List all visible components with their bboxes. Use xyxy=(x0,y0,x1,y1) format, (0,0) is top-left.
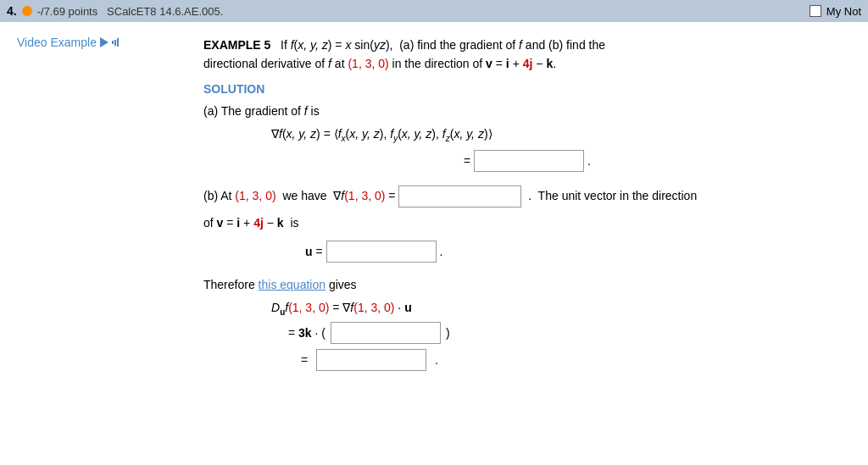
du-equation: Duf(1, 3, 0) = ∇f(1, 3, 0) · u xyxy=(203,301,851,317)
part-b-section: (b) At (1, 3, 0) we have ∇f(1, 3, 0) = .… xyxy=(203,185,851,371)
u-answer-row: u = . xyxy=(203,241,851,263)
main-content: Video Example EXAMPLE 5 If f(x, y, z) = … xyxy=(0,22,868,390)
dot-product-input[interactable] xyxy=(331,322,441,344)
orange-dot-icon xyxy=(22,6,32,16)
top-bar-right: My Not xyxy=(810,5,861,18)
part-b-point: (1, 3, 0) xyxy=(235,189,275,202)
example-title: EXAMPLE 5 If f(x, y, z) = x sin(yz), (a)… xyxy=(203,36,851,74)
example-number: EXAMPLE 5 xyxy=(203,38,270,52)
part-b-line2: of v = i + 4j − k is xyxy=(203,213,851,234)
video-example-label: Video Example xyxy=(17,36,97,49)
example-line2: directional derivative of f at (1, 3, 0)… xyxy=(203,57,556,70)
video-example-link[interactable]: Video Example xyxy=(17,36,170,49)
gradient-answer-input[interactable] xyxy=(474,150,584,172)
top-bar: 4. -/7.69 points SCalcET8 14.6.AE.005. M… xyxy=(0,0,868,22)
this-equation-link[interactable]: this equation xyxy=(259,278,326,291)
notes-label: My Not xyxy=(826,5,861,18)
question-number: 4. xyxy=(7,4,17,18)
nabla-f-answer-input[interactable] xyxy=(398,185,521,208)
sound-waves-icon xyxy=(112,38,119,47)
gradient-equation: ∇f(x, y, z) = ⟨fx(x, y, z), fy(x, y, z),… xyxy=(203,127,851,143)
therefore-line: Therefore this equation gives xyxy=(203,274,851,296)
point-highlight: (1, 3, 0) xyxy=(348,57,388,70)
top-bar-left: 4. -/7.69 points SCalcET8 14.6.AE.005. xyxy=(7,4,223,18)
play-icon xyxy=(100,37,108,47)
u-answer-input[interactable] xyxy=(326,241,437,263)
equals-3k-row: = 3k · ( ) xyxy=(203,322,851,344)
example-intro: If f(x, y, z) = x sin(yz), (a) find the … xyxy=(281,38,605,52)
solution-section: SOLUTION (a) The gradient of f is ∇f(x, … xyxy=(203,82,851,371)
part-a-label: (a) The gradient of f is xyxy=(203,101,851,122)
notes-checkbox[interactable] xyxy=(810,5,821,17)
left-panel: Video Example xyxy=(0,36,186,376)
final-answer-row: = . xyxy=(203,349,851,371)
right-panel: EXAMPLE 5 If f(x, y, z) = x sin(yz), (a)… xyxy=(186,36,868,376)
gradient-answer-row: = . xyxy=(203,150,851,172)
part-b-line1: (b) At (1, 3, 0) we have ∇f(1, 3, 0) = .… xyxy=(203,185,851,208)
points-info: -/7.69 points SCalcET8 14.6.AE.005. xyxy=(37,5,224,18)
final-answer-input[interactable] xyxy=(316,349,426,371)
solution-label: SOLUTION xyxy=(203,82,851,96)
